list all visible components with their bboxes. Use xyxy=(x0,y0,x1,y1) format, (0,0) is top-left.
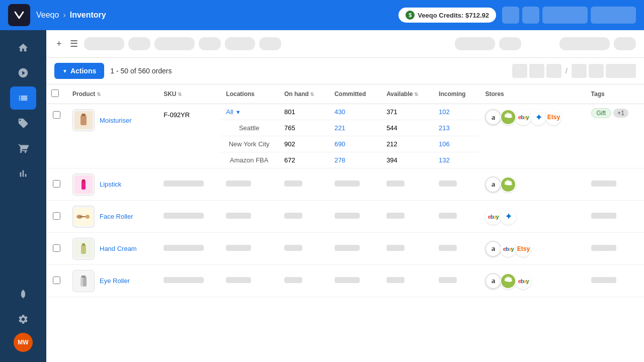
incoming-link[interactable]: 106 xyxy=(439,140,450,148)
header-btn-4[interactable] xyxy=(591,7,636,24)
row-checkbox[interactable] xyxy=(53,212,60,220)
col-on-hand[interactable]: On hand xyxy=(278,84,329,104)
tags-cell xyxy=(585,233,644,265)
product-image xyxy=(72,173,95,196)
header-btn-2[interactable] xyxy=(522,7,539,24)
incoming-link[interactable]: 102 xyxy=(439,108,450,116)
on-hand-cell xyxy=(278,233,329,265)
incoming-cell[interactable]: 213 xyxy=(433,120,479,136)
on-hand-cell: 765 xyxy=(278,120,329,136)
top-bar-actions xyxy=(502,7,636,24)
svg-rect-16 xyxy=(83,277,87,287)
product-link[interactable]: Face Roller xyxy=(100,213,133,220)
incoming-cell[interactable]: 102 xyxy=(433,104,479,120)
table-row: Face Rollerebay✦ xyxy=(46,201,644,233)
svg-rect-3 xyxy=(82,114,86,116)
pagination: / xyxy=(512,64,636,78)
location-cell: Seattle xyxy=(220,120,278,136)
filter-pill-3[interactable] xyxy=(154,37,195,50)
toolbar: Actions 1 - 50 of 560 orders / xyxy=(46,58,644,84)
filter-pill-8[interactable] xyxy=(499,37,521,50)
inventory-table-container: Product SKU Locations On hand Committed … xyxy=(46,84,644,362)
product-link[interactable]: Moisturiser xyxy=(100,117,132,124)
svg-rect-17 xyxy=(82,276,86,278)
committed-cell[interactable]: 430 xyxy=(329,104,380,120)
sidebar-item-dashboard[interactable] xyxy=(10,61,36,84)
product-image xyxy=(72,270,95,292)
filter-pill-10[interactable] xyxy=(614,37,636,50)
incoming-cell xyxy=(433,201,479,233)
page-btn-prev2[interactable] xyxy=(512,64,527,78)
sidebar-item-settings[interactable] xyxy=(10,308,36,331)
filter-pill-9[interactable] xyxy=(559,37,610,50)
sidebar-item-home[interactable] xyxy=(10,36,36,59)
select-all-checkbox[interactable] xyxy=(51,89,59,97)
incoming-link[interactable]: 132 xyxy=(439,156,450,164)
actions-button[interactable]: Actions xyxy=(54,63,104,79)
filter-pill-6[interactable] xyxy=(259,37,281,50)
location-all-link[interactable]: All xyxy=(226,108,233,116)
committed-cell xyxy=(329,233,380,265)
credits-label: Veeqo Credits: $712.92 xyxy=(418,12,489,19)
committed-link[interactable]: 221 xyxy=(335,124,346,132)
filter-pill-7[interactable] xyxy=(455,37,495,50)
page-btn-1[interactable] xyxy=(546,64,561,78)
header-btn-3[interactable] xyxy=(542,7,588,24)
available-cell: 394 xyxy=(380,152,433,168)
amazon-store-icon: a xyxy=(485,176,501,193)
on-hand-cell xyxy=(278,265,329,297)
col-available[interactable]: Available xyxy=(380,84,433,104)
available-cell xyxy=(380,201,433,233)
incoming-cell[interactable]: 106 xyxy=(433,136,479,152)
product-image xyxy=(72,238,95,260)
filter-pill-4[interactable] xyxy=(199,37,221,50)
header-btn-1[interactable] xyxy=(502,7,519,24)
logo[interactable] xyxy=(8,4,30,26)
add-filter-button[interactable]: + xyxy=(54,37,64,51)
filter-pill-2[interactable] xyxy=(128,37,150,50)
sidebar: MW xyxy=(0,30,46,362)
incoming-link[interactable]: 213 xyxy=(439,124,450,132)
filter-pill-5[interactable] xyxy=(225,37,255,50)
sidebar-item-rocket[interactable] xyxy=(10,283,36,306)
filter-list-button[interactable]: ☰ xyxy=(68,36,80,51)
row-checkbox[interactable] xyxy=(53,277,60,284)
committed-cell[interactable]: 278 xyxy=(329,152,380,168)
committed-cell[interactable]: 221 xyxy=(329,120,380,136)
page-btn-prev1[interactable] xyxy=(529,64,544,78)
location-dropdown[interactable]: All▼ xyxy=(226,108,272,116)
stores-cell: aebay✦Etsy xyxy=(479,104,585,168)
available-cell xyxy=(380,265,433,297)
filter-pill-1[interactable] xyxy=(84,37,124,50)
app-name: Veeqo xyxy=(36,11,59,20)
page-btn-next1[interactable] xyxy=(589,64,604,78)
product-link[interactable]: Hand Cream xyxy=(100,245,137,252)
on-hand-cell xyxy=(278,201,329,233)
available-cell xyxy=(380,168,433,201)
incoming-cell[interactable]: 132 xyxy=(433,152,479,168)
content-area: + ☰ Actions 1 - 50 of 560 orders / xyxy=(46,30,644,362)
committed-cell[interactable]: 690 xyxy=(329,136,380,152)
committed-link[interactable]: 690 xyxy=(335,140,346,148)
row-checkbox[interactable] xyxy=(53,244,60,252)
svg-rect-13 xyxy=(82,243,85,246)
page-btn-next2[interactable] xyxy=(606,64,636,78)
stores-cell: a xyxy=(479,168,585,201)
page-btn-2[interactable] xyxy=(572,64,587,78)
on-hand-cell xyxy=(278,168,329,201)
sidebar-item-orders[interactable] xyxy=(10,86,36,110)
sidebar-item-cart[interactable] xyxy=(10,137,36,160)
row-checkbox[interactable] xyxy=(53,111,60,119)
sidebar-item-tags[interactable] xyxy=(10,112,36,135)
shopify-store-icon xyxy=(500,109,516,125)
col-product[interactable]: Product xyxy=(66,84,157,104)
sidebar-item-reports[interactable] xyxy=(10,162,36,185)
credits-badge[interactable]: $ Veeqo Credits: $712.92 xyxy=(398,8,496,23)
col-sku[interactable]: SKU xyxy=(157,84,220,104)
user-avatar[interactable]: MW xyxy=(14,333,33,352)
product-link[interactable]: Lipstick xyxy=(100,180,121,188)
committed-link[interactable]: 430 xyxy=(335,108,346,116)
product-link[interactable]: Eye Roller xyxy=(100,277,130,285)
committed-link[interactable]: 278 xyxy=(335,156,346,164)
row-checkbox[interactable] xyxy=(53,180,60,188)
